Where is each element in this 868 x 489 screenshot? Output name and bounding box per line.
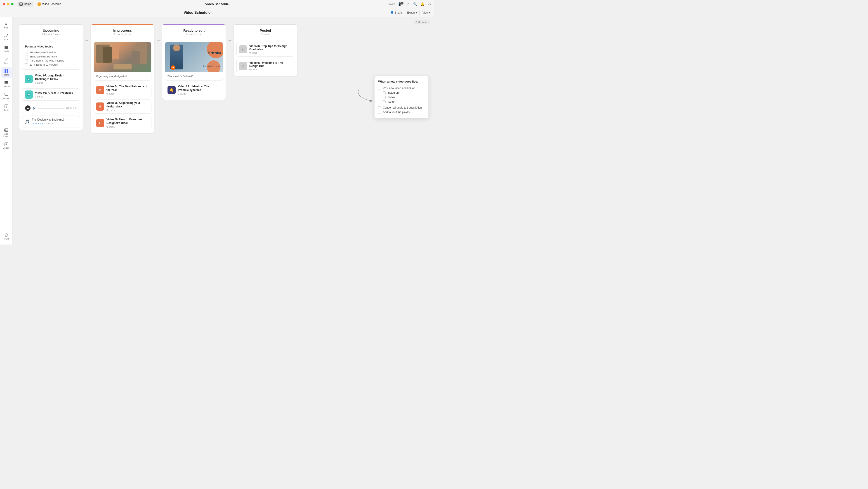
ready-card-1-text: Video 03: Helvetica: The Invisible Typef…	[178, 85, 220, 95]
in-progress-card-3-row: Video 06: How to Overcome Designer's Blo…	[94, 116, 151, 130]
in-progress-card-3[interactable]: Video 06: How to Overcome Designer's Blo…	[94, 116, 151, 130]
column-posted: Posted 2 boards Video 02: Top Tips for D…	[234, 24, 297, 76]
home-icon: M	[20, 2, 23, 6]
todo-checkbox-1[interactable]	[25, 55, 28, 58]
checkbox-0[interactable]	[378, 87, 381, 90]
upcoming-card-1-row: Video 07: Logo Design Challenge: TikTok …	[22, 72, 80, 86]
help-icon[interactable]: ?	[406, 2, 410, 6]
sidebar-item-table[interactable]: Table	[1, 102, 12, 113]
in-progress-title: In progress	[94, 29, 151, 32]
sidebar-item-note[interactable]: ≡ Note	[1, 20, 12, 31]
sidebar: ≡ Note Link To-do Line Board	[0, 17, 13, 244]
sidebar-label-comment: Comment	[2, 97, 11, 99]
column-icon	[4, 81, 8, 85]
helvetica-image: Helvetica The invisible typeface R	[165, 42, 223, 72]
view-chevron-icon: ▾	[429, 11, 430, 14]
sidebar-item-line[interactable]: Line	[1, 55, 12, 66]
sidebar-label-link: Link	[4, 38, 8, 41]
checkbox-2[interactable]	[383, 96, 385, 99]
check-item-3: Twitter	[378, 99, 425, 104]
sidebar-item-todo[interactable]: To-do	[1, 44, 12, 54]
checkbox-5[interactable]	[378, 111, 381, 114]
maximize-button[interactable]	[11, 3, 13, 5]
desk-image	[94, 42, 151, 72]
todo-checkbox-3[interactable]	[25, 63, 28, 66]
todo-item-2: Hanz Hermin the Type Foundry	[25, 59, 77, 63]
check-label-3: Twitter	[388, 100, 395, 103]
sidebar-item-column[interactable]: Column	[1, 79, 12, 90]
sidebar-item-trash[interactable]: Trash	[1, 231, 12, 242]
main-canvas: 0 Unsorted Upcoming 2 boards, 1 card Pot…	[13, 17, 434, 244]
ready-subtitle: 1 board, 1 card	[166, 33, 222, 35]
sidebar-item-link[interactable]: Link	[1, 32, 12, 42]
upcoming-card-2[interactable]: Video 08: A Year in Typefaces 0 cards	[22, 88, 80, 100]
checkbox-3[interactable]	[383, 100, 385, 103]
in-progress-card-1[interactable]: Video 04: The Best Rebrands of the Year …	[94, 83, 151, 97]
svg-rect-10	[4, 83, 8, 84]
upcoming-card-1[interactable]: Video 07: Logo Design Challenge: TikTok …	[22, 72, 80, 86]
ready-card-1[interactable]: 🤙 Video 03: Helvetica: The Invisible Typ…	[165, 83, 223, 97]
todo-card[interactable]: Potential video topics Print designers' …	[22, 42, 80, 70]
settings-icon[interactable]: ⚙	[428, 2, 431, 6]
close-button[interactable]	[3, 3, 5, 5]
share-button[interactable]: 👤 Share	[391, 11, 402, 14]
view-label: View	[423, 11, 428, 14]
in-progress-card-2[interactable]: Video 05: Organising your design desk 0 …	[94, 99, 151, 114]
sidebar-label-add-image: Add Image	[2, 133, 10, 137]
in-progress-card-1-icon	[96, 86, 104, 94]
arrow-1: →	[83, 37, 91, 43]
arrow-2: →	[154, 37, 162, 43]
device-icon[interactable]: 📱1	[399, 2, 402, 6]
audio-player: ▶ 🔊 0:00 / 1:59	[22, 103, 80, 113]
time-label: 0:00 / 1:59	[66, 107, 77, 110]
posted-card-2[interactable]: Video 01: Welcome to The Design Hub 0 ca…	[237, 59, 294, 73]
page-title: Video Schedule	[184, 11, 211, 15]
checklist-popup: When a new video goes live: Post new vid…	[374, 76, 429, 118]
progress-bar[interactable]	[37, 108, 65, 109]
music-file-icon: 🎵	[25, 119, 30, 124]
play-button[interactable]: ▶	[25, 106, 31, 111]
in-progress-card-1-text: Video 04: The Best Rebrands of the Year …	[106, 85, 149, 95]
posted-card-1-count: 0 cards	[249, 51, 292, 54]
in-progress-card-1-title: Video 04: The Best Rebrands of the Year	[106, 85, 149, 92]
sidebar-item-more[interactable]: ···	[1, 114, 12, 122]
checkbox-1[interactable]	[383, 91, 385, 94]
posted-card-1[interactable]: Video 02: Top Tips for Design Graduates …	[237, 42, 294, 57]
notification-icon[interactable]: 🔔	[421, 2, 424, 6]
search-icon[interactable]: 🔍	[413, 2, 417, 6]
in-progress-header: In progress 3 boards, 1 card	[91, 25, 154, 39]
helvetica-card[interactable]: Helvetica The invisible typeface R Thumb…	[165, 42, 223, 81]
column-ready-to-edit: Ready to edit 1 board, 1 card	[162, 24, 225, 100]
view-button[interactable]: View ▾	[423, 11, 430, 14]
ready-card-1-icon: 🤙	[167, 86, 176, 94]
sidebar-item-board[interactable]: Board	[1, 67, 12, 78]
video-schedule-tab[interactable]: Video Schedule	[35, 2, 63, 6]
svg-rect-8	[4, 81, 8, 82]
file-download-link[interactable]: Download	[32, 122, 43, 125]
checkbox-4[interactable]	[378, 106, 381, 109]
sidebar-item-upload[interactable]: Upload	[1, 140, 12, 151]
todo-checkbox-0[interactable]	[25, 51, 28, 54]
export-button[interactable]: Export ▾	[405, 10, 420, 16]
video-tab-icon	[37, 2, 41, 6]
in-progress-card-2-text: Video 05: Organising your design desk 0 …	[106, 101, 149, 112]
svg-rect-1	[4, 47, 8, 48]
file-size: · 2.9 MB	[44, 122, 53, 125]
home-tab[interactable]: M Home	[17, 2, 33, 6]
desk-image-card[interactable]: Organising your design desk	[94, 42, 151, 81]
curve-arrow	[359, 90, 377, 103]
upcoming-card-2-icon	[25, 90, 33, 98]
sidebar-item-comment[interactable]: Comment	[1, 90, 12, 101]
todo-checkbox-2[interactable]	[25, 59, 28, 62]
file-card[interactable]: 🎵 The Design Hub jingle.mp3 Download · 2…	[22, 116, 80, 128]
unsorted-badge[interactable]: 0 Unsorted	[414, 20, 430, 24]
file-info: The Design Hub jingle.mp3 Download · 2.9…	[32, 118, 65, 125]
check-label-1: Instagram	[388, 91, 399, 94]
add-image-icon	[4, 128, 8, 132]
topbar-right: 👤 Share Export ▾ View ▾	[391, 10, 430, 16]
upcoming-title: Upcoming	[23, 29, 79, 32]
sidebar-item-add-image[interactable]: Add Image	[1, 126, 12, 139]
posted-card-2-text: Video 01: Welcome to The Design Hub 0 ca…	[249, 61, 292, 71]
check-label-4: Convert all audio to transcription	[383, 106, 422, 109]
minimize-button[interactable]	[7, 3, 9, 5]
